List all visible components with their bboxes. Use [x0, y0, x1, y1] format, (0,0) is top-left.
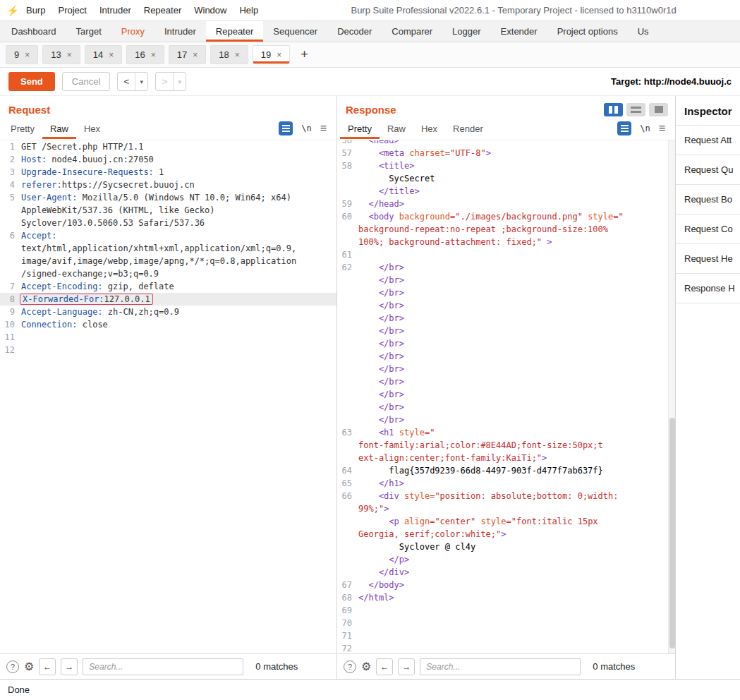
line-content: </h1> — [358, 477, 404, 490]
next-match-button[interactable]: → — [398, 658, 415, 675]
close-tab-icon[interactable]: × — [109, 50, 114, 60]
repeater-tab-9[interactable]: 9× — [6, 45, 38, 64]
menu-item-repeater[interactable]: Repeater — [138, 2, 188, 18]
tab-intruder[interactable]: Intruder — [154, 21, 206, 42]
menu-item-project[interactable]: Project — [51, 2, 92, 18]
code-token: image/avif,image/webp,image/apng,*/*;q=0… — [21, 256, 296, 266]
line-number — [0, 255, 21, 267]
show-newlines-icon[interactable]: \n — [640, 123, 650, 133]
response-scrollbar[interactable] — [668, 140, 675, 653]
tab-logger[interactable]: Logger — [442, 21, 490, 42]
tab-dashboard[interactable]: Dashboard — [1, 21, 66, 42]
line-content: SycSecret — [358, 172, 435, 185]
send-button[interactable]: Send — [8, 72, 55, 91]
close-tab-icon[interactable]: × — [151, 50, 156, 60]
repeater-tab-14[interactable]: 14× — [85, 45, 122, 64]
code-token: <meta — [358, 148, 409, 158]
tab-sequencer[interactable]: Sequencer — [263, 21, 327, 42]
status-bar: Done — [0, 679, 740, 700]
code-line: 99%;"> — [337, 502, 675, 515]
inspector-section-request-co[interactable]: Request Co — [676, 215, 740, 244]
line-number — [337, 299, 358, 312]
close-tab-icon[interactable]: × — [25, 50, 30, 60]
tab-us[interactable]: Us — [628, 21, 659, 42]
history-forward-button[interactable]: > — [156, 73, 174, 90]
history-back-button[interactable]: < — [118, 73, 135, 90]
response-tab-pretty[interactable]: Pretty — [340, 119, 380, 139]
line-number — [337, 363, 358, 375]
next-match-button[interactable]: → — [61, 658, 78, 675]
tab-decoder[interactable]: Decoder — [327, 21, 382, 42]
inspector-section-request-qu[interactable]: Request Qu — [676, 155, 740, 185]
menu-item-intruder[interactable]: Intruder — [93, 2, 138, 18]
repeater-tab-label: 16 — [135, 49, 145, 60]
history-forward-dropdown-icon[interactable]: ▾ — [174, 73, 186, 90]
show-newlines-icon[interactable]: \n — [301, 123, 311, 133]
line-content: GET /Secret.php HTTP/1.1 — [21, 140, 143, 153]
repeater-tab-18[interactable]: 18× — [210, 45, 248, 64]
close-tab-icon[interactable]: × — [67, 50, 72, 60]
code-token: ="position: absolute;bottom: 0;width: — [430, 491, 618, 501]
history-back-dropdown-icon[interactable]: ▾ — [135, 73, 147, 90]
repeater-tab-row: 9×13×14×16×17×18×19× + — [0, 42, 740, 68]
repeater-tab-17[interactable]: 17× — [169, 45, 206, 64]
response-editor[interactable]: 56 <head>57 <meta charset="UTF-8">58 <ti… — [337, 140, 675, 653]
close-tab-icon[interactable]: × — [235, 50, 240, 60]
inspector-section-request-he[interactable]: Request He — [676, 244, 740, 274]
tab-project-options[interactable]: Project options — [547, 21, 628, 42]
close-tab-icon[interactable]: × — [277, 50, 281, 60]
repeater-tab-16[interactable]: 16× — [126, 45, 164, 64]
menu-item-burp[interactable]: Burp — [20, 2, 51, 18]
tab-proxy[interactable]: Proxy — [111, 21, 154, 42]
menu-item-window[interactable]: Window — [188, 2, 233, 18]
tab-target[interactable]: Target — [66, 21, 111, 42]
request-editor[interactable]: 1GET /Secret.php HTTP/1.12Host: node4.bu… — [0, 140, 336, 653]
gear-icon[interactable]: ⚙ — [24, 661, 34, 672]
code-token: </br> — [358, 351, 404, 361]
line-number: 9 — [0, 306, 21, 318]
help-icon[interactable]: ? — [6, 660, 19, 673]
request-tab-pretty[interactable]: Pretty — [3, 119, 42, 139]
request-code: 1GET /Secret.php HTTP/1.12Host: node4.bu… — [0, 140, 336, 356]
pretty-print-icon[interactable] — [279, 121, 293, 135]
pretty-print-icon[interactable] — [617, 121, 631, 135]
inspector-section-request-att[interactable]: Request Att — [676, 126, 740, 155]
request-search-input[interactable] — [83, 658, 243, 675]
editor-menu-icon[interactable]: ≡ — [320, 123, 327, 134]
menu-item-help[interactable]: Help — [233, 2, 265, 18]
repeater-tab-19[interactable]: 19× — [253, 45, 290, 64]
code-token: charset — [409, 148, 445, 158]
add-tab-button[interactable]: + — [294, 47, 315, 62]
tab-extender[interactable]: Extender — [491, 21, 547, 42]
tab-comparer[interactable]: Comparer — [382, 21, 442, 42]
repeater-tab-13[interactable]: 13× — [42, 45, 80, 64]
close-tab-icon[interactable]: × — [193, 50, 198, 60]
code-line: 11 — [0, 331, 336, 344]
inspector-section-response-h[interactable]: Response H — [676, 274, 740, 303]
line-number — [337, 337, 358, 350]
cancel-button[interactable]: Cancel — [62, 72, 110, 91]
code-line: SycSecret — [337, 172, 675, 185]
prev-match-button[interactable]: ← — [376, 658, 393, 675]
gear-icon[interactable]: ⚙ — [361, 661, 371, 672]
response-panel: Response PrettyRawHexRender \n ≡ 56 <hea… — [337, 96, 676, 679]
tab-repeater[interactable]: Repeater — [206, 21, 263, 42]
response-tab-render[interactable]: Render — [445, 119, 491, 139]
prev-match-button[interactable]: ← — [39, 658, 56, 675]
request-tab-raw[interactable]: Raw — [42, 119, 76, 139]
help-icon[interactable]: ? — [344, 660, 356, 673]
response-tab-raw[interactable]: Raw — [380, 119, 413, 139]
editor-menu-icon[interactable]: ≡ — [659, 123, 665, 134]
inspector-section-request-bo[interactable]: Request Bo — [676, 185, 740, 215]
response-tab-hex[interactable]: Hex — [413, 119, 445, 139]
layout-rows-icon[interactable] — [626, 103, 645, 116]
layout-single-icon[interactable] — [649, 103, 668, 116]
code-token: https://Sycsecret.buuoj.cn — [62, 180, 195, 190]
layout-columns-icon[interactable] — [604, 103, 623, 116]
pretty-print-glyph — [621, 125, 629, 132]
scrollbar-thumb[interactable] — [669, 418, 675, 648]
line-number — [337, 515, 358, 528]
response-search-input[interactable] — [420, 658, 581, 675]
code-token: </br> — [358, 390, 404, 399]
request-tab-hex[interactable]: Hex — [76, 119, 108, 139]
